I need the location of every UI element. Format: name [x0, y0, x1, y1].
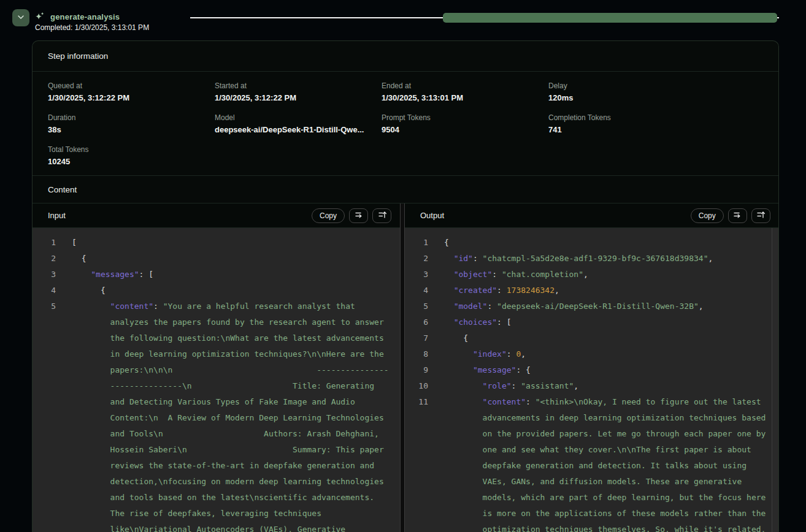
- info-field: Prompt Tokens 9504: [382, 113, 548, 134]
- line-number: 10: [405, 378, 428, 394]
- scroll-to-top-button[interactable]: [751, 208, 770, 223]
- code-line: 3"object": "chat.completion",: [405, 267, 772, 283]
- field-label: Prompt Tokens: [382, 113, 548, 122]
- info-field: Total Tokens 10245: [48, 145, 215, 166]
- copy-button[interactable]: Copy: [691, 208, 724, 223]
- panel-title: Input: [48, 211, 312, 220]
- scroll-to-top-button[interactable]: [372, 208, 391, 223]
- line-number: 2: [33, 251, 56, 267]
- field-value: 1/30/2025, 3:13:01 PM: [382, 93, 548, 102]
- field-value: 9504: [382, 125, 548, 134]
- vertical-scrollbar[interactable]: [772, 228, 779, 532]
- input-panel-header: Input Copy: [33, 203, 400, 228]
- code-line: 3"messages": [: [33, 267, 400, 283]
- section-title: Content: [48, 185, 77, 194]
- output-panel-header: Output Copy: [405, 203, 779, 228]
- scroll-to-top-icon: [377, 210, 387, 221]
- output-panel: Output Copy 1{2"id": "c: [405, 203, 779, 532]
- line-number: 11: [405, 394, 428, 532]
- info-field: Duration 38s: [48, 113, 215, 134]
- code-line: 1[: [33, 235, 400, 251]
- info-field: Completion Tokens 741: [548, 113, 763, 134]
- output-code-editor[interactable]: 1{2"id": "chatcmpl-5a5d2e8e-adf1-9329-bf…: [405, 228, 772, 532]
- trace-step-view: generate-analysis Completed: 1/30/2025, …: [0, 0, 806, 532]
- line-number: 7: [405, 330, 428, 346]
- field-label: Completion Tokens: [548, 113, 763, 122]
- step-information-grid: Queued at 1/30/2025, 3:12:22 PM Started …: [33, 72, 778, 175]
- line-number: 5: [405, 298, 428, 314]
- collapse-step-button[interactable]: [12, 9, 29, 26]
- input-panel: Input Copy 1[2{3"messag: [33, 203, 400, 532]
- info-field: Delay 120ms: [548, 82, 763, 102]
- field-label: Started at: [215, 82, 382, 90]
- step-information-header: Step information: [33, 41, 778, 72]
- line-number: 1: [33, 235, 56, 251]
- wrap-text-button[interactable]: [728, 208, 747, 223]
- content-section-header: Content: [33, 175, 778, 203]
- line-number: 2: [405, 251, 428, 267]
- field-label: Total Tokens: [48, 145, 215, 154]
- info-field: Model deepseek-ai/DeepSeek-R1-Distill-Qw…: [215, 113, 382, 134]
- info-field: Ended at 1/30/2025, 3:13:01 PM: [382, 82, 548, 102]
- output-code-wrap: 1{2"id": "chatcmpl-5a5d2e8e-adf1-9329-bf…: [405, 228, 779, 532]
- field-value: deepseek-ai/DeepSeek-R1-Distill-Qwe...: [215, 125, 382, 134]
- field-value: 1/30/2025, 3:12:22 PM: [48, 93, 215, 102]
- step-details-card: Step information Queued at 1/30/2025, 3:…: [32, 40, 779, 532]
- code-line: 6"choices": [: [405, 314, 772, 330]
- field-value: 10245: [48, 157, 215, 166]
- code-line: 4{: [33, 283, 400, 298]
- section-title: Step information: [48, 51, 108, 61]
- field-label: Model: [215, 113, 382, 122]
- info-field: Queued at 1/30/2025, 3:12:22 PM: [48, 82, 215, 102]
- code-line: 2"id": "chatcmpl-5a5d2e8e-adf1-9329-bf9c…: [405, 251, 772, 267]
- code-line: 9"message": {: [405, 362, 772, 378]
- field-value: 741: [548, 125, 763, 134]
- field-value: 38s: [48, 125, 215, 134]
- copy-button[interactable]: Copy: [312, 208, 345, 223]
- field-label: Queued at: [48, 82, 215, 90]
- line-number: 6: [405, 314, 428, 330]
- step-header: generate-analysis Completed: 1/30/2025, …: [0, 0, 806, 37]
- field-label: Delay: [548, 82, 763, 90]
- code-line: 4"created": 1738246342,: [405, 283, 772, 298]
- panel-divider: [400, 203, 405, 532]
- code-line: 7{: [405, 330, 772, 346]
- code-line: 10"role": "assistant",: [405, 378, 772, 394]
- line-number: 4: [33, 283, 56, 298]
- code-line: 5"content": "You are a helpful research …: [33, 298, 400, 532]
- info-field: Started at 1/30/2025, 3:12:22 PM: [215, 82, 382, 102]
- line-number: 8: [405, 346, 428, 362]
- code-line: 11"content": "<think>\nOkay, I need to f…: [405, 394, 772, 532]
- step-status: Completed: 1/30/2025, 3:13:01 PM: [35, 23, 149, 32]
- timeline-span-bar[interactable]: [443, 13, 777, 23]
- wrap-text-button[interactable]: [349, 208, 368, 223]
- line-number: 1: [405, 235, 428, 251]
- panel-title: Output: [420, 211, 691, 220]
- sparkles-icon: [34, 12, 45, 22]
- line-number: 3: [405, 267, 428, 283]
- field-label: Ended at: [382, 82, 548, 90]
- chevron-down-icon: [16, 12, 26, 24]
- code-line: 2{: [33, 251, 400, 267]
- code-line: 1{: [405, 235, 772, 251]
- input-code-wrap: 1[2{3"messages": [4{5"content": "You are…: [33, 228, 400, 532]
- field-value: 120ms: [548, 93, 763, 102]
- input-code-editor[interactable]: 1[2{3"messages": [4{5"content": "You are…: [33, 228, 400, 532]
- field-label: Duration: [48, 113, 215, 122]
- line-number: 4: [405, 283, 428, 298]
- field-value: 1/30/2025, 3:12:22 PM: [215, 93, 382, 102]
- code-line: 5"model": "deepseek-ai/DeepSeek-R1-Disti…: [405, 298, 772, 314]
- step-title: generate-analysis: [50, 12, 120, 21]
- code-line: 8"index": 0,: [405, 346, 772, 362]
- scroll-to-top-icon: [756, 210, 766, 221]
- wrap-text-icon: [354, 210, 364, 221]
- line-number: 3: [33, 267, 56, 283]
- wrap-text-icon: [732, 210, 742, 221]
- line-number: 9: [405, 362, 428, 378]
- content-columns: Input Copy 1[2{3"messag: [33, 203, 778, 532]
- line-number: 5: [33, 298, 56, 532]
